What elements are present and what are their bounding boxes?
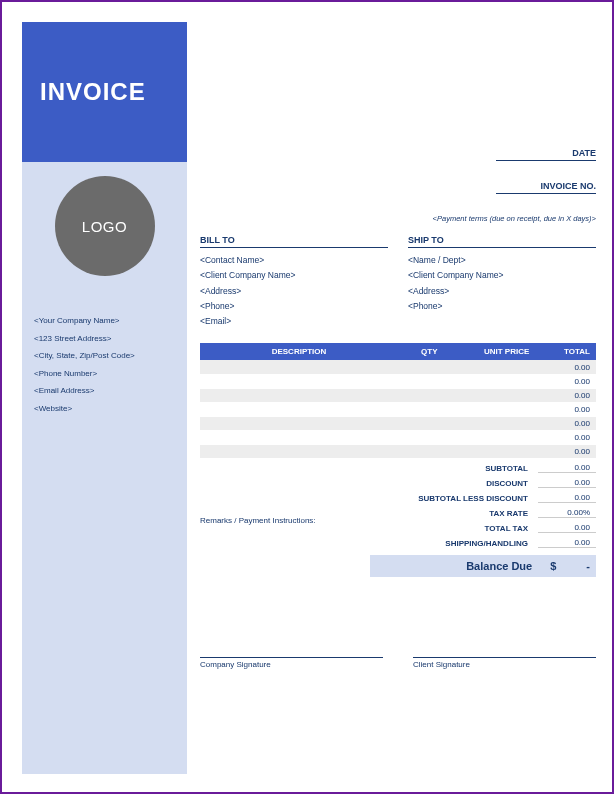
company-website: <Website> xyxy=(34,400,175,418)
company-signature: Company Signature xyxy=(200,657,383,669)
company-address: <123 Street Address> xyxy=(34,330,175,348)
table-row: 0.00 xyxy=(200,444,596,458)
line-items-table: DESCRIPTION QTY UNIT PRICE TOTAL 0.000.0… xyxy=(200,343,596,459)
summary-label: TAX RATE xyxy=(370,509,538,518)
cell-desc xyxy=(200,360,398,374)
col-qty: QTY xyxy=(398,343,444,360)
summary-row: TAX RATE0.00% xyxy=(370,506,596,521)
ship-to-company: <Client Company Name> xyxy=(408,268,596,283)
cell-unit xyxy=(444,416,536,430)
summary-label: SHIPPING/HANDLING xyxy=(370,539,538,548)
balance-value: - xyxy=(586,560,590,572)
bill-to-heading: BILL TO xyxy=(200,235,388,248)
cell-total: 0.00 xyxy=(535,360,596,374)
company-info: <Your Company Name> <123 Street Address>… xyxy=(34,312,175,418)
meta-block: DATE INVOICE NO. xyxy=(200,142,596,208)
date-label: DATE xyxy=(496,148,596,161)
col-description: DESCRIPTION xyxy=(200,343,398,360)
cell-desc xyxy=(200,374,398,388)
bill-to-company: <Client Company Name> xyxy=(200,268,388,283)
company-phone: <Phone Number> xyxy=(34,365,175,383)
table-row: 0.00 xyxy=(200,430,596,444)
company-city: <City, State, Zip/Post Code> xyxy=(34,347,175,365)
ship-to-phone: <Phone> xyxy=(408,299,596,314)
cell-total: 0.00 xyxy=(535,416,596,430)
cell-total: 0.00 xyxy=(535,388,596,402)
cell-qty xyxy=(398,388,444,402)
summary-value: 0.00% xyxy=(538,508,596,518)
cell-desc xyxy=(200,430,398,444)
balance-due-row: Balance Due $ - xyxy=(370,555,596,577)
summary-row: TOTAL TAX0.00 xyxy=(370,521,596,536)
summary-value: 0.00 xyxy=(538,478,596,488)
summary-value: 0.00 xyxy=(538,493,596,503)
cell-total: 0.00 xyxy=(535,444,596,458)
summary-label: DISCOUNT xyxy=(370,479,538,488)
cell-total: 0.00 xyxy=(535,402,596,416)
cell-qty xyxy=(398,430,444,444)
cell-qty xyxy=(398,444,444,458)
table-row: 0.00 xyxy=(200,360,596,374)
balance-currency: $ xyxy=(550,560,586,572)
table-row: 0.00 xyxy=(200,402,596,416)
cell-desc xyxy=(200,416,398,430)
col-unit-price: UNIT PRICE xyxy=(444,343,536,360)
cell-desc xyxy=(200,388,398,402)
summary-row: SHIPPING/HANDLING0.00 xyxy=(370,536,596,551)
summary-label: SUBTOTAL xyxy=(370,464,538,473)
company-email: <Email Address> xyxy=(34,382,175,400)
cell-desc xyxy=(200,444,398,458)
summary-label: TOTAL TAX xyxy=(370,524,538,533)
ship-to-heading: SHIP TO xyxy=(408,235,596,248)
summary-value: 0.00 xyxy=(538,523,596,533)
cell-unit xyxy=(444,402,536,416)
bill-to-email: <Email> xyxy=(200,314,388,329)
signature-row: Company Signature Client Signature xyxy=(200,657,596,669)
logo-placeholder: LOGO xyxy=(55,176,155,276)
summary-row: SUBTOTAL0.00 xyxy=(370,461,596,476)
balance-due-label: Balance Due xyxy=(376,560,550,572)
summary-value: 0.00 xyxy=(538,538,596,548)
invoice-header: INVOICE xyxy=(22,22,187,162)
invoice-no-label: INVOICE NO. xyxy=(496,181,596,194)
cell-qty xyxy=(398,416,444,430)
client-signature: Client Signature xyxy=(413,657,596,669)
ship-to-name: <Name / Dept> xyxy=(408,253,596,268)
invoice-title: INVOICE xyxy=(40,78,146,106)
sidebar: INVOICE LOGO <Your Company Name> <123 St… xyxy=(22,22,187,774)
cell-desc xyxy=(200,402,398,416)
summary-value: 0.00 xyxy=(538,463,596,473)
ship-to-column: SHIP TO <Name / Dept> <Client Company Na… xyxy=(408,235,596,329)
summary-row: DISCOUNT0.00 xyxy=(370,476,596,491)
cell-qty xyxy=(398,360,444,374)
cell-total: 0.00 xyxy=(535,430,596,444)
summary-block: SUBTOTAL0.00DISCOUNT0.00SUBTOTAL LESS DI… xyxy=(370,461,596,577)
summary-label: SUBTOTAL LESS DISCOUNT xyxy=(370,494,538,503)
cell-qty xyxy=(398,374,444,388)
table-row: 0.00 xyxy=(200,374,596,388)
remarks-label: Remarks / Payment Instructions: xyxy=(200,516,316,525)
cell-total: 0.00 xyxy=(535,374,596,388)
main-content: DATE INVOICE NO. <Payment terms (due on … xyxy=(200,22,596,774)
cell-unit xyxy=(444,374,536,388)
payment-terms: <Payment terms (due on receipt, due in X… xyxy=(200,214,596,223)
cell-unit xyxy=(444,430,536,444)
bill-to-column: BILL TO <Contact Name> <Client Company N… xyxy=(200,235,388,329)
col-total: TOTAL xyxy=(535,343,596,360)
cell-unit xyxy=(444,388,536,402)
bill-to-address: <Address> xyxy=(200,284,388,299)
cell-unit xyxy=(444,444,536,458)
bill-to-phone: <Phone> xyxy=(200,299,388,314)
bill-to-contact: <Contact Name> xyxy=(200,253,388,268)
sidebar-body: LOGO <Your Company Name> <123 Street Add… xyxy=(22,162,187,774)
address-row: BILL TO <Contact Name> <Client Company N… xyxy=(200,235,596,329)
company-name: <Your Company Name> xyxy=(34,312,175,330)
table-row: 0.00 xyxy=(200,388,596,402)
summary-row: SUBTOTAL LESS DISCOUNT0.00 xyxy=(370,491,596,506)
cell-unit xyxy=(444,360,536,374)
table-row: 0.00 xyxy=(200,416,596,430)
cell-qty xyxy=(398,402,444,416)
ship-to-address: <Address> xyxy=(408,284,596,299)
